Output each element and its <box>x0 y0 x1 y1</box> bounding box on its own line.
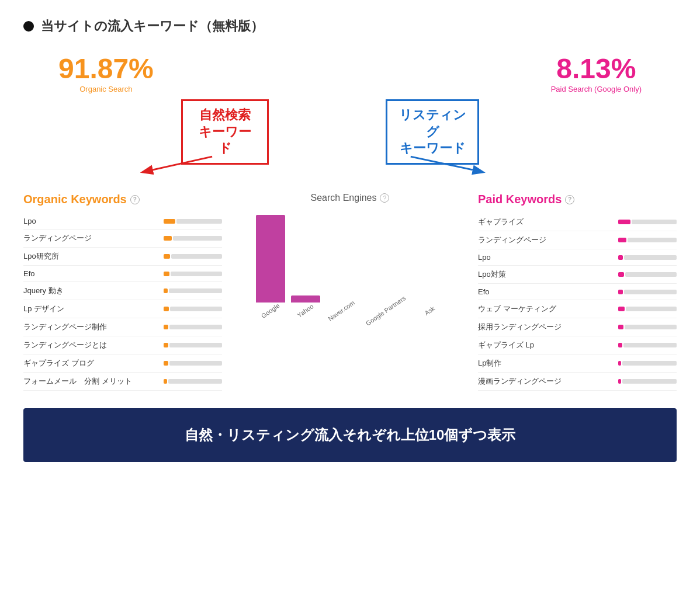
bar-bg <box>623 343 677 347</box>
keyword-text: 採用ランディングページ <box>478 322 614 332</box>
bar-bg <box>626 307 677 311</box>
bar-fill-pink <box>618 255 623 260</box>
keyword-text: ウェブ マーケティング <box>478 304 614 314</box>
list-item: Jquery 動き <box>23 282 222 300</box>
chart-bar-group: Naver.com <box>326 303 357 314</box>
bar-fill-orange <box>164 288 168 293</box>
bar-fill-pink <box>618 290 623 294</box>
list-item: Efo <box>478 284 677 300</box>
page-title: 当サイトの流入キーワード（無料版） <box>41 18 264 35</box>
paid-label: Paid Search (Google Only) <box>551 85 642 93</box>
chart-bar-group: Google <box>256 215 285 314</box>
listing-annotation: リスティング キーワード <box>386 99 479 165</box>
chart-bar-fill <box>291 295 320 303</box>
bar-label: Ask <box>423 305 436 317</box>
keyword-bar <box>618 343 677 347</box>
keyword-bar <box>164 272 222 276</box>
keyword-text: Lpo対策 <box>478 269 614 280</box>
keyword-text: ギャプライズ Lp <box>478 340 614 350</box>
paid-keywords-section: Paid Keywords ? ギャプライズ ランディングページ Lpo Lpo… <box>478 193 677 391</box>
bottom-banner: 自然・リスティング流入それぞれ上位10個ずつ表示 <box>23 408 677 462</box>
list-item: ギャプライズ Lp <box>478 336 677 354</box>
bar-fill-pink <box>618 325 623 329</box>
keyword-bar <box>164 343 222 347</box>
list-item: ランディングページ <box>23 230 222 248</box>
bar-fill-orange <box>164 236 172 241</box>
bar-bg <box>622 361 677 366</box>
chart-bar-group: Google Partners <box>362 303 409 314</box>
main-content: Organic Keywords ? Lpo ランディングページ Lpo研究所 … <box>23 193 677 391</box>
paid-percent: 8.13% <box>551 53 642 85</box>
bar-fill-pink <box>618 307 625 311</box>
keyword-text: ランディングページ制作 <box>23 322 159 332</box>
bar-bg <box>169 361 222 366</box>
bar-bg <box>632 220 677 224</box>
keyword-bar <box>618 238 677 242</box>
keyword-bar <box>618 361 677 366</box>
keyword-text: ギャプライズ ブログ <box>23 358 159 368</box>
keyword-bar <box>164 236 222 241</box>
bar-fill-orange <box>164 254 170 259</box>
bar-label: Google <box>260 302 281 319</box>
organic-help-icon[interactable]: ? <box>130 195 140 204</box>
list-item: Lpo <box>478 249 677 266</box>
keyword-text: フォームメール 分割 メリット <box>23 376 159 387</box>
paid-keywords-title: Paid Keywords ? <box>478 193 677 206</box>
keyword-bar <box>164 379 222 384</box>
chart-help-icon[interactable]: ? <box>380 193 389 203</box>
organic-keyword-list: Lpo ランディングページ Lpo研究所 Efo Jqu <box>23 213 222 391</box>
organic-keywords-title: Organic Keywords ? <box>23 193 222 206</box>
paid-help-icon[interactable]: ? <box>565 195 574 204</box>
keyword-text: Efo <box>478 287 614 296</box>
bar-bg <box>169 343 223 347</box>
organic-keywords-section: Organic Keywords ? Lpo ランディングページ Lpo研究所 … <box>23 193 222 391</box>
chart-title-text: Search Engines <box>311 193 377 203</box>
annotation-natural-line1: 自然検索 <box>192 107 258 124</box>
keyword-text: Lpo <box>23 217 159 225</box>
arrows-svg <box>47 99 653 175</box>
list-item: Lpo対策 <box>478 266 677 284</box>
organic-title-text: Organic Keywords <box>23 193 127 206</box>
keyword-bar <box>164 219 222 224</box>
bar-bg <box>625 325 677 329</box>
list-item: ウェブ マーケティング <box>478 300 677 318</box>
bar-chart: Google Yahoo Naver.com Google Partners A… <box>256 215 445 332</box>
organic-stat-block: 91.87% Organic Search <box>58 53 154 93</box>
list-item: ランディングページとは <box>23 336 222 354</box>
keyword-bar <box>164 325 222 329</box>
stats-row: 91.87% Organic Search 8.13% Paid Search … <box>23 53 677 93</box>
keyword-bar <box>618 325 677 329</box>
paid-keyword-list: ギャプライズ ランディングページ Lpo Lpo対策 E <box>478 213 677 391</box>
bar-fill-orange <box>164 361 168 366</box>
keyword-bar <box>164 307 222 311</box>
bar-fill-orange <box>164 219 175 224</box>
keyword-bar <box>618 220 677 224</box>
bar-bg <box>628 238 677 242</box>
list-item: ギャプライズ <box>478 213 677 231</box>
list-item: ギャプライズ ブログ <box>23 354 222 373</box>
keyword-text: 漫画ランディングページ <box>478 376 614 387</box>
bottom-banner-text: 自然・リスティング流入それぞれ上位10個ずつ表示 <box>185 427 516 443</box>
keyword-text: Jquery 動き <box>23 286 159 296</box>
bar-bg <box>624 290 677 294</box>
keyword-bar <box>164 288 222 293</box>
keyword-text: Efo <box>23 269 159 278</box>
list-item: Lp制作 <box>478 354 677 373</box>
bar-label: Google Partners <box>365 294 407 327</box>
bar-label: Naver.com <box>327 299 356 322</box>
list-item: Lpo <box>23 213 222 230</box>
list-item: Lp デザイン <box>23 300 222 318</box>
keyword-text: ランディングページとは <box>23 340 159 350</box>
keyword-bar <box>618 379 677 384</box>
bar-bg <box>171 272 222 276</box>
bar-fill-pink <box>618 361 621 366</box>
keyword-bar <box>618 307 677 311</box>
keyword-text: Lpo研究所 <box>23 251 159 262</box>
chart-bar-group: Yahoo <box>291 295 320 314</box>
keyword-text: Lp デザイン <box>23 304 159 314</box>
keyword-bar <box>618 290 677 294</box>
bar-fill-orange <box>164 343 168 347</box>
bar-bg <box>171 254 222 259</box>
bar-bg <box>169 325 222 329</box>
bar-bg <box>176 219 223 224</box>
